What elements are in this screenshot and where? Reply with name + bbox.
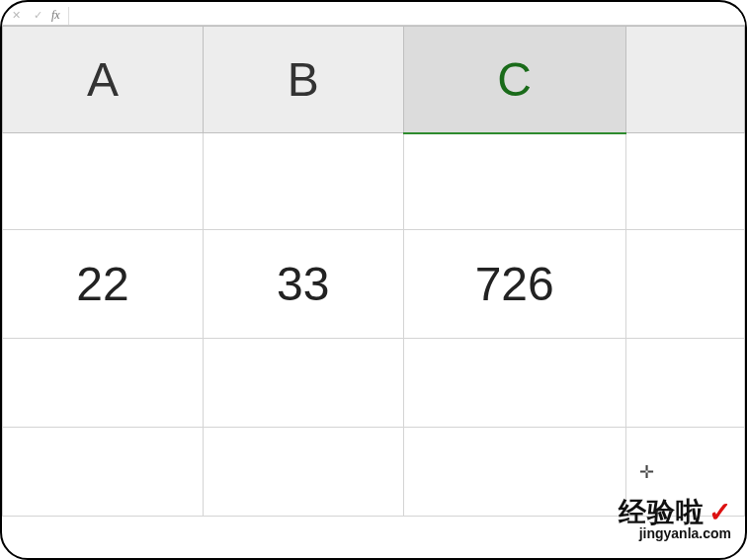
formula-input[interactable] (68, 7, 745, 25)
cell-D2[interactable] (625, 230, 744, 339)
formula-bar: ✕ ✓ fx (2, 2, 745, 26)
cell-A4[interactable] (3, 428, 204, 517)
check-icon: ✓ (708, 497, 731, 527)
cell-C1[interactable] (403, 133, 625, 230)
cell-C2[interactable]: 726 (403, 230, 625, 339)
cell-B1[interactable] (203, 133, 403, 230)
col-header-A[interactable]: A (3, 27, 204, 133)
cell-A2[interactable]: 22 (3, 230, 204, 339)
table-row (3, 133, 745, 230)
cell-B2[interactable]: 33 (203, 230, 403, 339)
fx-icon[interactable]: fx (51, 8, 60, 23)
app-window: ✕ ✓ fx A B C (0, 0, 747, 560)
cell-B3[interactable] (203, 339, 403, 428)
column-header-row: A B C (3, 27, 745, 133)
cancel-icon[interactable]: ✕ (8, 8, 24, 24)
cell-D1[interactable] (625, 133, 744, 230)
cell-C3[interactable] (403, 339, 625, 428)
watermark: 经验啦✓ jingyanla.com (619, 499, 731, 540)
cell-A3[interactable] (3, 339, 204, 428)
col-header-B[interactable]: B (203, 27, 403, 133)
table-row: 22 33 726 (3, 230, 745, 339)
cell-D3[interactable] (625, 339, 744, 428)
table-row (3, 339, 745, 428)
cell-C4[interactable] (403, 428, 625, 517)
confirm-icon[interactable]: ✓ (30, 8, 45, 24)
watermark-url: jingyanla.com (619, 526, 731, 540)
col-header-C[interactable]: C (403, 27, 625, 133)
cell-B4[interactable] (203, 428, 403, 517)
sheet-table: A B C 22 33 726 (2, 26, 745, 517)
watermark-text: 经验啦 (619, 497, 705, 527)
spreadsheet-grid: A B C 22 33 726 (2, 26, 745, 558)
cell-A1[interactable] (3, 133, 204, 230)
col-header-D[interactable] (625, 27, 744, 133)
